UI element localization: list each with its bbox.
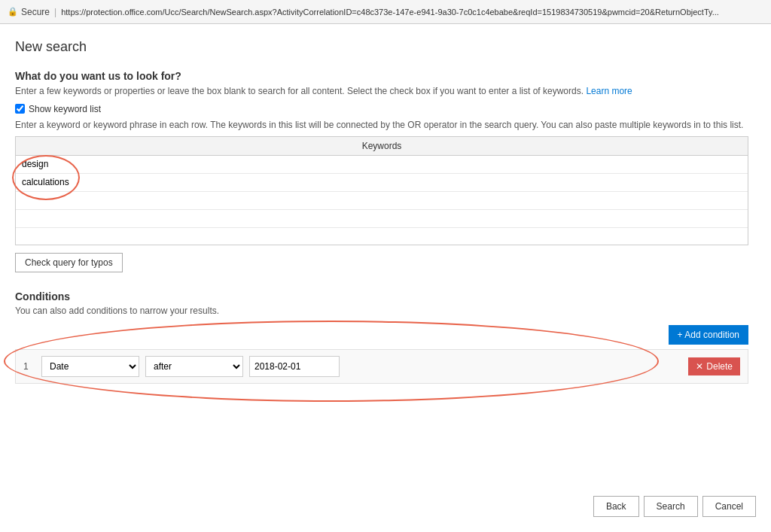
condition-type-select[interactable]: Date Sender Recipients Subject/Title Typ… — [41, 356, 139, 377]
add-condition-area: + Add condition — [15, 325, 748, 345]
show-keyword-checkbox[interactable] — [15, 104, 25, 114]
browser-url: https://protection.office.com/Ucc/Search… — [61, 8, 719, 17]
show-keyword-checkbox-wrapper: Show keyword list — [15, 104, 748, 114]
bottom-buttons: Back Search Cancel — [593, 496, 756, 517]
conditions-section: Conditions You can also add conditions t… — [15, 290, 748, 384]
browser-bar: 🔒 Secure | https://protection.office.com… — [0, 0, 771, 24]
keywords-table: Keywords — [16, 137, 748, 245]
keywords-table-wrapper: Keywords — [15, 136, 748, 245]
add-condition-button[interactable]: + Add condition — [669, 325, 748, 345]
conditions-heading: Conditions — [15, 290, 748, 302]
keyword-row-3 — [16, 191, 748, 209]
url-separator: | — [54, 7, 56, 17]
cancel-button[interactable]: Cancel — [702, 496, 756, 517]
condition-operator-select[interactable]: after before between on — [145, 356, 243, 377]
keyword-row-1 — [16, 155, 748, 173]
secure-label: Secure — [21, 7, 50, 17]
keyword-input-1[interactable] — [22, 159, 742, 169]
keyword-input-5[interactable] — [22, 231, 742, 242]
condition-row-container: 1 Date Sender Recipients Subject/Title T… — [15, 349, 748, 384]
learn-more-link[interactable]: Learn more — [586, 86, 632, 96]
keyword-instruction: Enter a keyword or keyword phrase in eac… — [15, 119, 748, 132]
check-query-button[interactable]: Check query for typos — [15, 253, 123, 272]
back-button[interactable]: Back — [593, 496, 639, 517]
keyword-row-4 — [16, 209, 748, 227]
conditions-description: You can also add conditions to narrow yo… — [15, 306, 748, 316]
keywords-column-header: Keywords — [16, 137, 748, 156]
keywords-section: What do you want us to look for? Enter a… — [15, 70, 748, 287]
page-title: New search — [15, 39, 748, 55]
main-content: New search What do you want us to look f… — [0, 24, 771, 532]
condition-date-input[interactable] — [249, 356, 340, 377]
delete-condition-button[interactable]: ✕ Delete — [688, 357, 740, 375]
secure-icon: 🔒 — [8, 7, 18, 17]
search-button[interactable]: Search — [644, 496, 698, 517]
keyword-input-3[interactable] — [22, 195, 742, 205]
keyword-input-4[interactable] — [22, 213, 742, 223]
keyword-row-2 — [16, 173, 748, 191]
condition-number: 1 — [23, 361, 35, 372]
show-keyword-label: Show keyword list — [29, 104, 101, 114]
keyword-input-2[interactable] — [22, 177, 742, 187]
keywords-description: Enter a few keywords or properties or le… — [15, 85, 748, 98]
delete-icon: ✕ — [696, 361, 703, 372]
condition-row: 1 Date Sender Recipients Subject/Title T… — [15, 349, 748, 384]
delete-label: Delete — [706, 361, 733, 372]
keywords-heading: What do you want us to look for? — [15, 70, 748, 82]
keyword-row-5 — [16, 227, 748, 245]
